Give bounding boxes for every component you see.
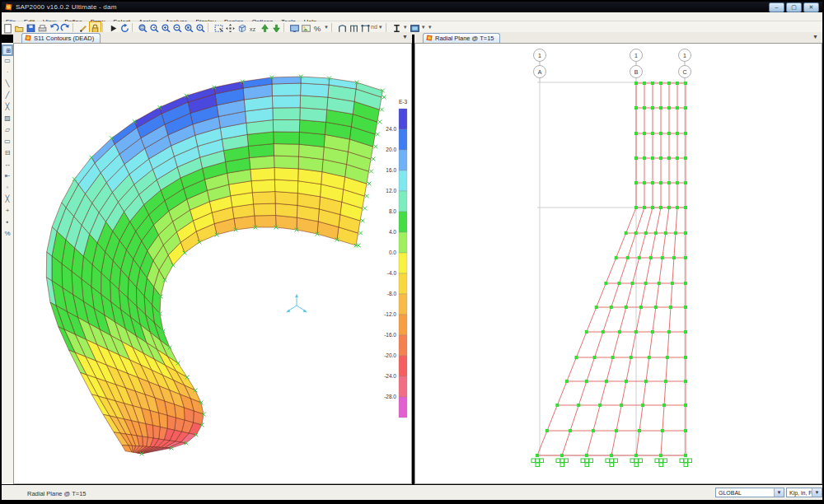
tab-label: Radial Plane @ T=15	[435, 35, 494, 42]
snap-intersections-icon[interactable]: ╳	[2, 194, 12, 204]
set-elevation-view-icon[interactable]: ⊞	[2, 45, 12, 55]
draw-quick-frame-icon[interactable]: ╱	[2, 90, 12, 100]
chevron-down-icon[interactable]: ▼	[323, 25, 330, 30]
tab-label: S11 Contours (DEAD)	[34, 35, 94, 42]
toolbar-separator	[386, 23, 390, 32]
toolbar-separator	[102, 23, 106, 32]
draw-rect-area-icon[interactable]: ▭	[2, 136, 12, 147]
status-bar: Radial Plane @ T=15 GLOBAL ▼ Kip, in, F …	[2, 485, 822, 500]
snap-percent-icon[interactable]: %	[2, 228, 12, 239]
draw-poly-area-icon[interactable]: ▱	[2, 124, 12, 135]
svg-text:1: 1	[634, 53, 638, 58]
left-tab-strip: S11 Contours (DEAD) ▼	[13, 32, 412, 44]
nd-label[interactable]: nd	[371, 24, 377, 30]
dam-3d-contour-view: E-324.020.016.012.08.04.00.0-4.0-8.0-12.…	[14, 44, 411, 483]
chevron-down-icon[interactable]: ▼	[812, 34, 818, 40]
right-tab-strip: Radial Plane @ T=15 ▼	[414, 32, 822, 44]
svg-text:-16.0: -16.0	[384, 332, 396, 338]
svg-text:-12.0: -12.0	[384, 311, 396, 317]
svg-text:4.0: 4.0	[389, 229, 396, 235]
draw-frame-icon[interactable]: ╲	[2, 78, 12, 89]
snap-perpendicular-icon[interactable]: ▪	[2, 217, 12, 227]
svg-text:12.0: 12.0	[386, 188, 396, 194]
coordinate-system-select[interactable]: GLOBAL ▼	[715, 488, 784, 497]
chevron-down-icon[interactable]: ▼	[812, 488, 822, 497]
chevron-down-icon[interactable]: ▼	[420, 25, 427, 30]
axes-triad	[286, 294, 307, 313]
svg-text:24.0: 24.0	[386, 126, 396, 132]
chevron-down-icon[interactable]: ▼	[402, 34, 408, 40]
svg-text:-8.0: -8.0	[387, 291, 397, 296]
model-view-s11-contours[interactable]: E-324.020.016.012.08.04.00.0-4.0-8.0-12.…	[13, 43, 412, 484]
svg-text:E-3: E-3	[399, 99, 408, 105]
draw-braces-icon[interactable]: ╳	[2, 101, 12, 112]
draw-area-icon[interactable]: ▨	[2, 113, 12, 124]
minimize-button[interactable]: –	[769, 2, 784, 12]
coordinate-system-value: GLOBAL	[719, 490, 742, 496]
menu-bar: FileEditViewDefineDrawSelectAssignAnalyz…	[2, 12, 822, 21]
svg-text:-4.0: -4.0	[387, 270, 397, 276]
chevron-down-icon[interactable]: ▼	[774, 488, 784, 497]
draw-joint-icon[interactable]: ·	[2, 67, 12, 77]
set-plan-view-icon[interactable]: ⊟	[2, 147, 12, 158]
svg-text:8.0: 8.0	[389, 208, 396, 214]
title-bar[interactable]: SAP2000 v16.0.2 Ultimate - dam – ▢ ✕	[2, 2, 822, 12]
reshape-icon[interactable]: ▭	[2, 55, 12, 66]
toolbar-separator	[208, 23, 212, 32]
snap-midpoints-icon[interactable]: +	[2, 205, 12, 216]
units-select[interactable]: Kip, in, F ▼	[786, 488, 822, 497]
sap2000-window: SAP2000 v16.0.2 Ultimate - dam – ▢ ✕ Fil…	[0, 0, 824, 504]
chevron-down-icon[interactable]: ▼	[377, 25, 384, 30]
toolbar-separator	[283, 23, 288, 32]
chevron-down-icon[interactable]: ▼	[427, 25, 433, 30]
sap-tab-icon	[25, 35, 31, 41]
dam-contour-mesh	[52, 83, 382, 454]
frame-members	[537, 83, 686, 455]
tab-radial-plane[interactable]: Radial Plane @ T=15	[423, 33, 500, 43]
side-toolbar: ↖▭·╲╱╳▨▱▭⊞⊟↔⇤◦╳+▪%	[2, 43, 14, 484]
toolbar-separator	[132, 23, 136, 32]
previous-view-icon[interactable]: ⇤	[2, 170, 12, 181]
app-icon	[5, 3, 12, 11]
svg-text:20.0: 20.0	[386, 147, 396, 152]
toolbar-separator	[331, 23, 335, 32]
svg-text:0.0: 0.0	[389, 250, 396, 255]
svg-text:-24.0: -24.0	[384, 373, 396, 379]
units-value: Kip, in, F	[789, 490, 812, 496]
close-button[interactable]: ✕	[803, 2, 819, 12]
grid-bubbles: 1A1B1C	[534, 49, 691, 83]
svg-text:1: 1	[538, 53, 541, 58]
sap-tab-icon	[426, 35, 433, 41]
chevron-down-icon[interactable]: ▼	[402, 25, 409, 30]
contour-legend: E-324.020.016.012.08.04.00.0-4.0-8.0-12.…	[384, 99, 407, 418]
status-view-label: Radial Plane @ T=15	[27, 490, 86, 497]
window-title: SAP2000 v16.0.2 Ultimate - dam	[16, 3, 117, 11]
radial-plane-view: 1A1B1C	[415, 44, 822, 483]
pan-view-icon[interactable]: ↔	[2, 159, 12, 170]
svg-text:B: B	[634, 69, 639, 75]
svg-text:-28.0: -28.0	[384, 394, 396, 399]
svg-text:A: A	[538, 69, 542, 75]
svg-text:16.0: 16.0	[386, 167, 396, 173]
new-icon[interactable]	[2, 22, 13, 33]
toolbar-separator	[73, 23, 77, 32]
model-view-radial-plane[interactable]: 1A1B1C	[414, 43, 822, 484]
snap-joints-icon[interactable]: ◦	[2, 182, 12, 193]
svg-text:C: C	[682, 69, 686, 75]
support-restraints	[531, 459, 692, 467]
svg-text:-20.0: -20.0	[384, 352, 396, 358]
restore-button[interactable]: ▢	[786, 2, 802, 12]
svg-text:1: 1	[683, 53, 686, 58]
tab-s11-contours[interactable]: S11 Contours (DEAD)	[21, 33, 101, 43]
